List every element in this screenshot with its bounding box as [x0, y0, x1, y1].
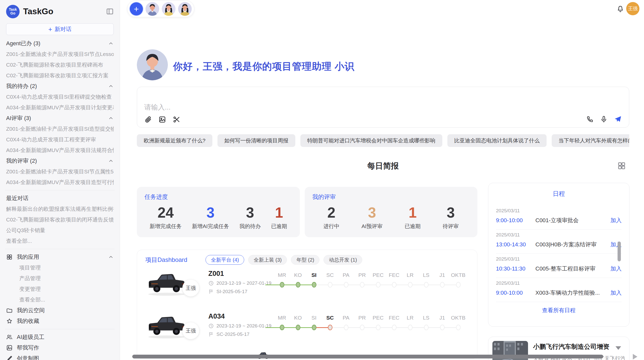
new-chat-button[interactable]: + 新对话 — [6, 23, 114, 35]
recent-conversation-item[interactable]: C02-飞腾新能源轻客改款项目的闭环通告反馈情况 — [6, 214, 114, 225]
vertical-scrollbar[interactable] — [618, 242, 621, 261]
sidebar-section-my-todo[interactable]: 我的待办 (2) — [6, 81, 114, 92]
sidebar-collapse-icon[interactable] — [106, 8, 114, 15]
stat-value: 3 — [361, 204, 383, 221]
dashboard-tab[interactable]: 年型 (2) — [291, 255, 319, 265]
milestone-node — [424, 325, 429, 330]
scroll-right-arrow[interactable] — [633, 354, 637, 359]
sidebar-item[interactable]: Z001-全新燃油轻卡产品开发项目SI造型提交物评审 — [6, 124, 114, 134]
milestone-label: OKTB — [451, 314, 465, 322]
dashboard-tab[interactable]: 动总开发 (1) — [324, 255, 362, 265]
chevron-up-icon — [108, 83, 114, 89]
voice-call-icon[interactable] — [586, 115, 594, 123]
stat-card-title: 我的评审 — [312, 193, 470, 201]
attachment-icon[interactable] — [144, 116, 152, 123]
project-date-range: 2023-12-19 ~ 2026-01-19 — [216, 323, 271, 329]
stat-label: AI预评审 — [361, 223, 383, 230]
project-row[interactable]: 王强 A034 2023-12-19 ~ 2026-01-19 SC-2025-… — [145, 312, 469, 350]
stat-label: 进行中 — [323, 223, 339, 230]
recent-view-all-link[interactable]: 查看全部... — [6, 236, 114, 246]
chat-input[interactable] — [144, 102, 500, 113]
layout-grid-icon[interactable] — [617, 161, 626, 171]
sidebar-item[interactable]: A034-全新新能源MUV产品开发项目计划变更表编写 — [6, 102, 114, 113]
milestone-node — [440, 325, 445, 330]
sidebar-tool-write[interactable]: 帮我写作 — [6, 342, 114, 353]
stat-value: 1 — [405, 204, 421, 221]
sidebar-item-folder[interactable]: 我的云空间 — [6, 305, 114, 316]
horizontal-scrollbar[interactable] — [132, 355, 603, 358]
project-milestone-date: SC-2025-05-17 — [216, 332, 250, 337]
recent-conversation-item[interactable]: 解释最新出台的欧盟报废车法规再生塑料比例被调至15%... — [6, 204, 114, 214]
conversation-avatar-3[interactable] — [178, 2, 192, 16]
dashboard-tabs: 全新平台 (4)全新上装 (3)年型 (2)动总开发 (1) — [206, 255, 362, 265]
milestone-timeline: MR KO SI SC PA PR PEC FEC LR LS — [274, 271, 469, 307]
join-meeting-link[interactable]: 加入 — [610, 265, 622, 273]
microphone-icon[interactable] — [600, 115, 608, 123]
suggestion-chip[interactable]: 如何写一份清晰的项目周报 — [217, 134, 295, 147]
sidebar-item[interactable]: Z001-全新燃油轻卡产品开发项目SI节点属性5D文件评审 — [6, 166, 114, 177]
sidebar-item[interactable]: C0X4-动力总成开发项目工程变更评审 — [6, 134, 114, 145]
stat-item: 1 已逾期 — [271, 204, 287, 230]
join-meeting-link[interactable]: 加入 — [610, 289, 622, 297]
assistant-avatar — [137, 49, 168, 80]
sidebar-item-star[interactable]: 我的收藏 — [6, 316, 114, 326]
schedule-time: 13:00-14:30 — [496, 241, 535, 248]
sidebar-item[interactable]: C02-飞腾新能源轻客改款项目里程碑画布 — [6, 59, 114, 70]
screenshot-icon[interactable] — [173, 116, 180, 123]
project-row[interactable]: 王强 Z001 2023-12-19 ~ 2027-01-19 SI-2025-… — [145, 269, 469, 307]
sidebar-item[interactable]: A034-全新新能源MUV产品开发项目法规符合性评审 — [6, 145, 114, 156]
milestone-node — [456, 325, 461, 330]
image-upload-icon[interactable] — [158, 116, 166, 123]
conversation-avatar-1[interactable] — [145, 2, 159, 16]
suggestion-chip[interactable]: 比亚迪全固态电池计划具体说了什么 — [447, 134, 547, 147]
sidebar-tool-pen[interactable]: 创意制图 — [6, 353, 114, 360]
taskgo-logo: Task Go — [6, 5, 20, 18]
milestone-label: LS — [423, 271, 430, 279]
milestone-label: KO — [294, 271, 302, 279]
stat-card: 我的评审 2 进行中 3 AI预评审 1 已逾期 3 待评审 — [305, 187, 477, 237]
apps-view-all-link[interactable]: 查看全部... — [6, 294, 114, 305]
sidebar-section-my-review[interactable]: 我的评审 (2) — [6, 156, 114, 166]
schedule-item: 2025/03/11 10:30-11:30 C005-整车工程目标评审 加入 — [496, 254, 622, 278]
sidebar-item[interactable]: Z001-全新燃油皮卡产品开发项目SI节点Lesson Learn报告 — [6, 49, 114, 59]
notification-bell-icon[interactable] — [617, 5, 624, 14]
sidebar-section-agent-done[interactable]: Agent已办 (3) — [6, 38, 114, 49]
dashboard-tab[interactable]: 全新平台 (4) — [206, 255, 244, 265]
sidebar-body: Agent已办 (3) Z001-全新燃油皮卡产品开发项目SI节点Lesson … — [6, 38, 114, 360]
milestone-label: J1 — [439, 271, 445, 279]
dashboard-tab[interactable]: 全新上装 (3) — [248, 255, 287, 265]
milestone-label: PR — [358, 271, 366, 279]
stat-label: 新增完成任务 — [150, 223, 182, 230]
schedule-item: 2025/03/11 9:00-10:00 C001-立项审批会 加入 — [496, 205, 622, 229]
sidebar-item-my-apps[interactable]: 我的应用 — [6, 252, 114, 262]
send-icon[interactable] — [614, 115, 622, 123]
milestone-label: OKTB — [451, 271, 465, 279]
stat-label: 我的待办 — [239, 223, 261, 230]
suggestion-chip[interactable]: 当下年轻人对汽车外观有怎样的喜好趋势 — [552, 134, 629, 147]
suggestion-chip[interactable]: 欧洲新规最近颁布了什么? — [137, 134, 212, 147]
sidebar-item[interactable]: C0X4-动力总成开发项目SI里程碑提交物检查 — [6, 92, 114, 102]
scroll-down-arrow[interactable] — [616, 346, 621, 350]
sidebar-section-ai-review[interactable]: AI评审 (3) — [6, 113, 114, 124]
stat-item: 3 待评审 — [443, 204, 459, 230]
milestone-node — [408, 325, 413, 330]
new-conversation-button[interactable]: + — [130, 2, 143, 16]
sidebar-item[interactable]: A034-全新新能源MUV产品开发项目造型可行性评审 — [6, 177, 114, 188]
suggestion-chip[interactable]: 特朗普可能对进口汽车增税会对中国车企造成哪些影响 — [300, 134, 442, 147]
join-meeting-link[interactable]: 加入 — [610, 217, 622, 224]
app-item[interactable]: 产品管理 — [6, 273, 114, 284]
recent-conversation-item[interactable]: 公司Q3轻卡销量 — [6, 225, 114, 236]
user-avatar[interactable]: 王强 — [626, 2, 639, 15]
conversation-avatar-2[interactable] — [162, 2, 175, 16]
schedule-date: 2025/03/11 — [496, 256, 622, 262]
sidebar-item[interactable]: C02-飞腾新能源轻客改款项目立项汇报方案 — [6, 70, 114, 81]
view-all-schedule-link[interactable]: 查看所有日程 — [496, 302, 622, 319]
milestone-node — [424, 282, 429, 288]
stat-card: 任务进度 24 新增完成任务 3 新增AI完成任务 3 我的待办 1 已逾期 — [137, 187, 300, 237]
stat-value: 1 — [271, 204, 287, 221]
app-item[interactable]: 变更管理 — [6, 284, 114, 294]
sidebar-tool-users[interactable]: AI超级员工 — [6, 332, 114, 342]
app-item[interactable]: 项目管理 — [6, 262, 114, 273]
stat-item: 3 我的待办 — [239, 204, 261, 230]
milestone-node — [312, 325, 316, 330]
